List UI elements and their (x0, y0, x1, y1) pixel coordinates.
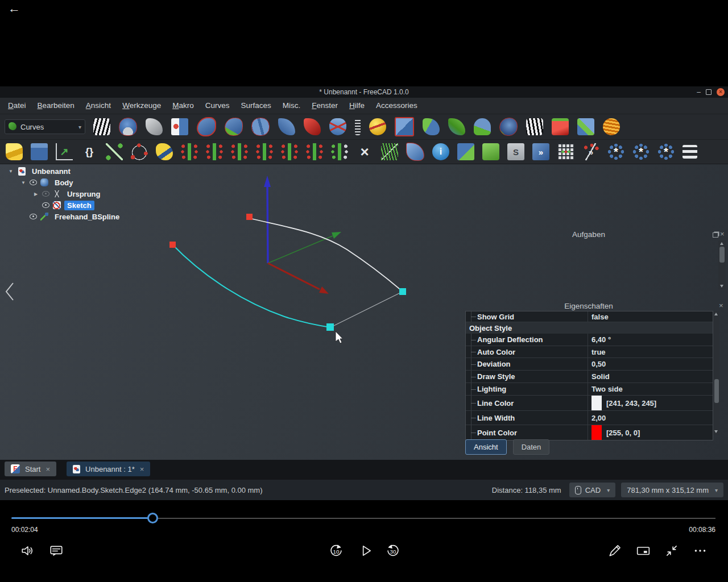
line-segment-icon[interactable] (106, 143, 123, 160)
property-row-auto-color[interactable]: Auto Colortrue (466, 346, 713, 358)
visibility-eye-icon[interactable] (30, 180, 37, 185)
tree-item-sketch[interactable]: Sketch (0, 199, 122, 211)
tasks-scrollbar[interactable] (718, 240, 726, 289)
trim-x-icon[interactable]: × (356, 143, 373, 160)
expander-closed-icon[interactable]: ▶ (32, 192, 40, 197)
minimize-icon[interactable]: – (697, 89, 701, 95)
yellow-surface-icon[interactable] (156, 143, 173, 160)
crossed-curves-icon[interactable] (329, 118, 346, 135)
gordon-surface-icon[interactable] (423, 118, 440, 135)
curves-workbench-icon[interactable] (9, 122, 16, 130)
subtitles-icon[interactable] (49, 543, 64, 558)
property-value[interactable]: 2,00 (588, 411, 713, 425)
scroll-down-icon[interactable] (720, 285, 723, 288)
sketch-edge-highlighted[interactable] (172, 244, 330, 327)
sketch-edge-white[interactable] (250, 218, 403, 292)
boxes-red-edge-icon[interactable] (395, 117, 414, 136)
property-row-deviation[interactable]: Deviation0,50 (466, 358, 713, 371)
discretize-icon[interactable] (256, 143, 273, 160)
zebra-surface-icon[interactable] (526, 118, 543, 135)
menu-item-werkzeuge[interactable]: Werkzeuge (117, 98, 167, 114)
tasks-close-icon[interactable]: × (720, 231, 725, 238)
property-value[interactable]: false (588, 311, 713, 322)
forward-30-icon[interactable]: 30 (386, 543, 400, 558)
tab-ansicht[interactable]: Ansicht (465, 439, 507, 455)
menu-item-makro[interactable]: Makro (167, 98, 200, 114)
property-value[interactable]: 6,40 ° (588, 334, 713, 346)
float-panel-icon[interactable] (713, 232, 718, 238)
properties-close-icon[interactable]: × (719, 302, 723, 309)
menu-item-misc[interactable]: Misc. (277, 98, 307, 114)
scroll-up-icon[interactable] (720, 242, 723, 245)
menu-item-surfaces[interactable]: Surfaces (235, 98, 276, 114)
property-value[interactable]: 0,50 (588, 358, 713, 370)
points-star-icon-3[interactable]: * (657, 143, 675, 160)
property-row-line-color[interactable]: Line Color[241, 243, 245] (466, 396, 713, 411)
pipeshell-icon[interactable] (251, 118, 270, 136)
control-point-red-1[interactable] (246, 214, 253, 220)
curvature-comb-icon[interactable] (381, 143, 398, 160)
property-row-draw-style[interactable]: Draw StyleSolid (466, 371, 713, 383)
extend-cube-icon[interactable]: » (532, 143, 549, 160)
control-point-red-2[interactable] (169, 242, 176, 248)
info-icon[interactable]: i (432, 143, 449, 160)
property-value[interactable]: [241, 243, 245] (588, 396, 713, 410)
scroll-up-icon[interactable] (714, 313, 718, 315)
properties-scrollbar[interactable] (713, 311, 719, 435)
back-arrow-icon[interactable]: ← (8, 1, 20, 16)
blend-curves-icon[interactable] (231, 143, 248, 160)
striped-ball-icon[interactable] (603, 118, 620, 135)
3d-viewport[interactable]: ▼Unbenannt▼Body▶UrsprungSketchFreehand_B… (0, 164, 728, 460)
sweep-surface-icon[interactable] (119, 118, 137, 136)
interpolate-curve-icon[interactable] (206, 143, 223, 160)
progress-bar-remaining[interactable] (158, 518, 715, 519)
menu-item-ansicht[interactable]: Ansicht (80, 98, 117, 114)
annotate-pencil-icon[interactable] (607, 543, 622, 558)
progress-knob[interactable] (147, 513, 158, 523)
property-value[interactable]: Two side (588, 383, 713, 395)
workbench-selector[interactable]: Curves ▾ (5, 119, 85, 134)
visibility-eye-icon[interactable] (42, 191, 49, 197)
scrollbar-thumb[interactable] (714, 379, 719, 403)
scrollbar-thumb[interactable] (719, 247, 725, 263)
control-point-cyan-2[interactable] (326, 323, 334, 331)
property-row-lighting[interactable]: LightingTwo side (466, 383, 713, 396)
green-points-spline-icon[interactable] (331, 143, 348, 160)
matrix-grid-icon[interactable] (557, 143, 574, 160)
menu-item-hilfe[interactable]: Hilfe (344, 98, 370, 114)
braces-icon[interactable]: {} (81, 143, 98, 160)
expander-open-icon[interactable]: ▼ (7, 169, 15, 174)
property-group-header[interactable]: Object Style (466, 322, 713, 334)
menu-item-bearbeiten[interactable]: Bearbeiten (32, 98, 80, 114)
property-value[interactable]: Solid (588, 371, 713, 383)
menu-item-datei[interactable]: Datei (2, 98, 32, 114)
overflow-menu-icon[interactable] (682, 145, 697, 159)
dome-arrow-icon[interactable] (499, 118, 518, 136)
tree-item-ursprung[interactable]: ▶Ursprung (0, 188, 122, 199)
points-star-icon-1[interactable]: * (607, 143, 624, 160)
panel-collapse-chevron-icon[interactable] (3, 281, 16, 302)
maximize-icon[interactable] (706, 89, 712, 95)
segment-curve-icon[interactable] (306, 143, 323, 160)
gray-shell-icon[interactable] (146, 118, 163, 135)
expander-open-icon[interactable]: ▼ (19, 180, 27, 185)
patch-surface-icon[interactable] (225, 118, 243, 136)
tab-daten[interactable]: Daten (513, 439, 550, 455)
export-icon[interactable]: ↗ (56, 143, 73, 160)
property-row-point-color[interactable]: Point Color[255, 0, 0] (466, 425, 713, 440)
green-cube-icon[interactable] (482, 143, 499, 160)
dimension-dropdown[interactable]: 781,30 mm x 315,12 mm ▾ (621, 483, 723, 497)
visibility-eye-icon[interactable] (42, 202, 49, 208)
close-tab-icon[interactable]: × (46, 465, 50, 473)
picture-in-picture-icon[interactable] (636, 543, 651, 558)
flag-surface-icon[interactable] (406, 143, 424, 161)
extend-curve-icon[interactable]: » (582, 143, 599, 160)
shrink-icon[interactable] (664, 543, 679, 558)
menu-item-accessories[interactable]: Accessories (370, 98, 423, 114)
play-icon[interactable] (358, 543, 373, 558)
blue-elbow-surface-icon[interactable] (278, 118, 295, 135)
rewind-10-icon[interactable]: 10 (329, 543, 344, 558)
open-folder-icon[interactable] (31, 143, 48, 160)
sphere-ring-icon[interactable] (369, 118, 386, 135)
green-elbow-icon[interactable] (448, 118, 465, 135)
